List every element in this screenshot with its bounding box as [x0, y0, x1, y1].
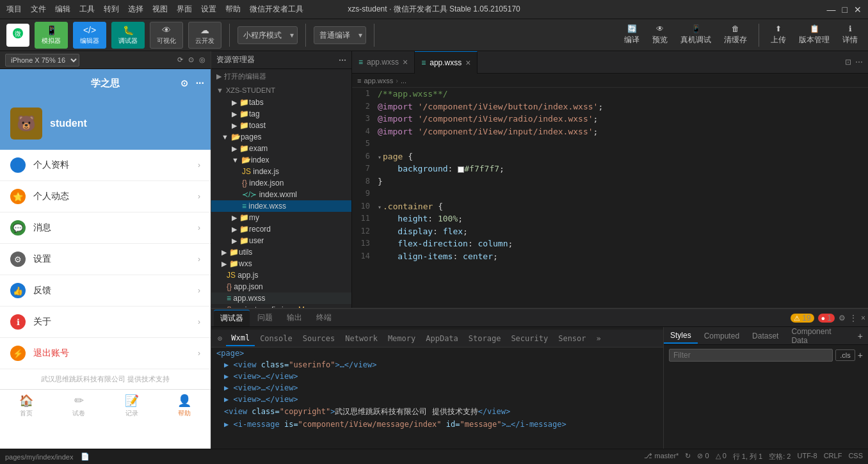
devtools-tab-problems[interactable]: 问题 [251, 310, 279, 326]
file-index-wxss[interactable]: ≡ index.wxss [211, 200, 351, 212]
folder-pages[interactable]: ▼ 📂 pages [211, 131, 351, 143]
menu-item-messages[interactable]: 💬 消息 › [0, 212, 211, 244]
subtab-console[interactable]: Console [255, 332, 298, 346]
folder-tabs[interactable]: ▶ 📁 tabs [211, 97, 351, 108]
dtr-tab-dataset[interactable]: Dataset [746, 329, 785, 343]
version-button[interactable]: 📋版本管理 [795, 22, 833, 48]
clear-button[interactable]: 🗑清缓存 [720, 22, 751, 48]
editor-tab-appwxss-inactive[interactable]: ≡ app.wxss × [352, 51, 415, 74]
folder-user[interactable]: ▶ 📁 user [211, 235, 351, 246]
devtools-tab-terminal[interactable]: 终端 [310, 310, 338, 326]
file-appjson[interactable]: {} app.json [211, 281, 351, 292]
minimize-button[interactable]: — [827, 4, 836, 15]
menu-interface[interactable]: 界面 [177, 4, 192, 15]
menu-select[interactable]: 选择 [128, 4, 143, 15]
menu-project[interactable]: 项目 [6, 4, 22, 15]
dtr-tab-computed[interactable]: Computed [698, 329, 746, 343]
menu-file[interactable]: 文件 [31, 4, 46, 15]
folder-index[interactable]: ▼ 📂 index [211, 154, 351, 166]
close-icon-devtools[interactable]: × [861, 314, 865, 323]
rotate-icon[interactable]: ⟳ [177, 56, 183, 64]
subtab-memory[interactable]: Memory [383, 332, 421, 346]
compile-button[interactable]: 🔄编译 [620, 22, 643, 48]
folder-my[interactable]: ▶ 📁 my [211, 212, 351, 223]
subtab-wxml-icon[interactable]: ⊙ [214, 332, 226, 346]
details-button[interactable]: ℹ详情 [839, 22, 862, 48]
dt-item-view3[interactable]: ▶ <view>…</view> [211, 394, 663, 405]
dt-item-imessage[interactable]: ▶ <i-message is="component/iView/message… [211, 419, 663, 430]
subtab-appdata[interactable]: AppData [421, 332, 463, 346]
menu-item-about[interactable]: ℹ 关于 › [0, 307, 211, 338]
subtab-storage[interactable]: Storage [463, 332, 506, 346]
menu-item-settings[interactable]: ⚙ 设置 › [0, 244, 211, 275]
menu-help[interactable]: 帮助 [225, 4, 241, 15]
folder-exam[interactable]: ▶ 📁 exam [211, 143, 351, 154]
dtr-tab-styles[interactable]: Styles [664, 328, 698, 344]
file-appjs[interactable]: JS app.js [211, 269, 351, 281]
dt-item-userinfo[interactable]: ▶ <view class="userinfo">…</view> [211, 359, 663, 371]
nav-help[interactable]: 👤 帮助 [158, 390, 211, 421]
add-rule-button[interactable]: + [858, 350, 863, 360]
preview-button[interactable]: 👁预览 [648, 22, 671, 48]
editor-tab-appwxss[interactable]: ≡ app.wxss × [415, 51, 478, 74]
target-icon[interactable]: ◎ [199, 56, 205, 64]
upload-button[interactable]: ⬆上传 [767, 22, 790, 48]
menu-tool[interactable]: 工具 [79, 4, 95, 15]
subtab-more[interactable]: » [591, 332, 606, 346]
dt-item-view1[interactable]: ▶ <view>…</view> [211, 371, 663, 382]
visualize-button[interactable]: 👁 可视化 [150, 22, 183, 49]
menu-devtools[interactable]: 微信开发者工具 [250, 4, 303, 15]
dt-item-page[interactable]: <page> [211, 348, 663, 359]
real-debug-button[interactable]: 📱真机调试 [677, 22, 715, 48]
add-style-button[interactable]: + [853, 331, 868, 341]
file-index-js[interactable]: JS index.js [211, 166, 351, 177]
tab-close-icon[interactable]: × [403, 57, 408, 67]
subtab-sources[interactable]: Sources [298, 332, 341, 346]
cls-button[interactable]: .cls [835, 349, 855, 361]
compile-select[interactable]: 普通编译 [314, 26, 366, 44]
folder-tag[interactable]: ▶ 📁 tag [211, 108, 351, 120]
nav-exam[interactable]: ✏ 试卷 [52, 390, 105, 421]
nav-record[interactable]: 📝 记录 [106, 390, 158, 421]
subtab-security[interactable]: Security [506, 332, 553, 346]
devtools-tab-debugger[interactable]: 调试器 [214, 310, 250, 326]
filter-input[interactable] [669, 349, 833, 362]
open-editors-section[interactable]: ▶ 打开的编辑器 [211, 69, 351, 84]
folder-toast[interactable]: ▶ 📁 toast [211, 120, 351, 131]
more-icon-devtools[interactable]: ⋮ [849, 314, 857, 323]
menu-item-dynamics[interactable]: ⭐ 个人动态 › [0, 181, 211, 212]
mode-select[interactable]: 小程序模式 [237, 26, 298, 44]
code-content[interactable]: 1 /**app.wxss**/ 2 @import '/component/i… [352, 88, 868, 308]
menu-item-profile[interactable]: 👤 个人资料 › [0, 150, 211, 181]
menu-settings[interactable]: 设置 [201, 4, 216, 15]
device-select[interactable]: iPhone X 75% 16 [5, 54, 79, 67]
new-file-icon[interactable]: ⋯ [339, 56, 346, 65]
dt-item-view2[interactable]: ▶ <view>…</view> [211, 382, 663, 394]
close-button[interactable]: ✕ [854, 4, 862, 15]
editor-more-icon[interactable]: ⋯ [855, 58, 863, 67]
menu-item-feedback[interactable]: 👍 反馈 › [0, 275, 211, 307]
editor-button[interactable]: </> 编辑器 [73, 22, 106, 49]
dtr-tab-componentdata[interactable]: Component Data [785, 327, 852, 348]
folder-wxs[interactable]: ▶ 📁 wxs [211, 258, 351, 269]
menu-goto[interactable]: 转到 [104, 4, 119, 15]
status-sync-icon[interactable]: ↻ [685, 452, 691, 461]
settings-icon-devtools[interactable]: ⚙ [839, 314, 846, 323]
file-appwxss[interactable]: ≡ app.wxss [211, 292, 351, 304]
file-index-wxml[interactable]: ≺/≻ index.wxml [211, 189, 351, 200]
folder-record[interactable]: ▶ 📁 record [211, 223, 351, 235]
subtab-sensor[interactable]: Sensor [553, 332, 591, 346]
menu-view[interactable]: 视图 [152, 4, 168, 15]
nav-home[interactable]: 🏠 首页 [0, 390, 52, 421]
folder-utils[interactable]: ▶ 📁 utils [211, 246, 351, 258]
devtools-tab-output[interactable]: 输出 [280, 310, 309, 326]
cloud-button[interactable]: ☁ 云开发 [188, 22, 221, 49]
debugger-button[interactable]: 🐛 调试器 [111, 22, 145, 49]
subtab-network[interactable]: Network [340, 332, 383, 346]
menu-item-logout[interactable]: ⚡ 退出账号 › [0, 338, 211, 369]
simulator-button[interactable]: 📱 模拟器 [35, 22, 68, 49]
dt-item-copyright[interactable]: <view class="copyright">武汉思维跳跃科技有限公司 提供技… [211, 405, 663, 419]
project-section[interactable]: ▼ XZS-STUDENT [211, 84, 351, 97]
file-index-json[interactable]: {} index.json [211, 177, 351, 189]
expand-icon[interactable]: ⊙ [188, 56, 194, 64]
